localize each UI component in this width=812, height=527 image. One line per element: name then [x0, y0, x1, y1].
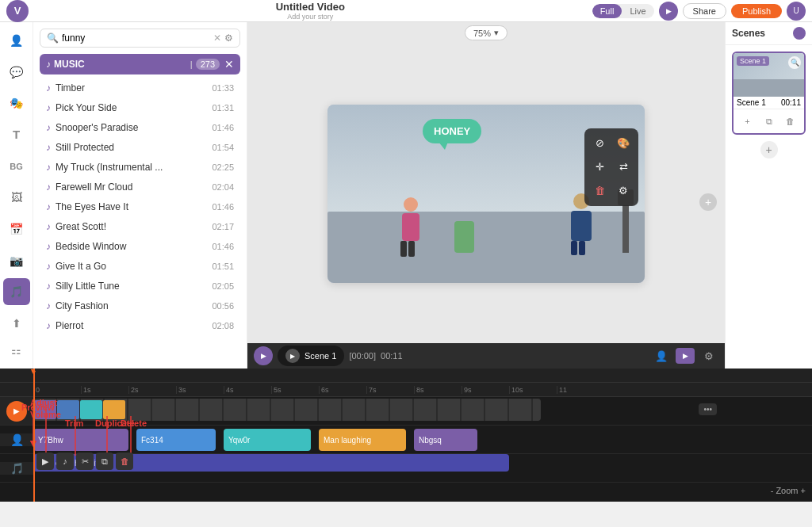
canvas-wrapper: HONEY: [247, 44, 725, 343]
timecode-display: [00:00] 00:11: [349, 351, 647, 361]
scene-thumb-label: Scene 1 00:11: [733, 97, 804, 109]
scene-settings-icon[interactable]: ⚙: [699, 346, 718, 365]
more-button[interactable]: •••: [699, 403, 717, 415]
search-input[interactable]: [62, 32, 210, 44]
ruler-mark: 9s: [462, 386, 509, 394]
tool-settings-icon[interactable]: ⚙: [613, 181, 634, 201]
toggle-full[interactable]: Full: [592, 4, 622, 18]
timecode-start: [00:00]: [349, 351, 376, 361]
music-item[interactable]: ♪ Silly Little Tune 02:05: [36, 277, 243, 296]
scene-1-thumbnail[interactable]: Scene 1 🔍 Scene 1 00:11 + ⧉ 🗑: [732, 52, 806, 135]
timeline-block[interactable]: Fc314: [136, 429, 216, 451]
music-note-icon: ♪: [46, 300, 51, 311]
timeline-block[interactable]: Man laughing: [319, 429, 406, 451]
scene-delete-button[interactable]: 🗑: [782, 113, 799, 130]
tool-color-icon[interactable]: 🎨: [613, 133, 634, 154]
preview-action-button[interactable]: ▶: [36, 453, 54, 470]
scene-name-button[interactable]: ▶ Scene 1: [278, 346, 344, 366]
music-item-name: My Truck (Instrumental ...: [56, 162, 212, 173]
music-item-duration: 01:46: [212, 202, 234, 212]
tool-flip-icon[interactable]: ⇄: [613, 157, 634, 178]
tool-move-icon[interactable]: ⊘: [589, 133, 610, 154]
ruler-mark: 3s: [176, 386, 224, 394]
music-item-name: Farewell Mr Cloud: [56, 181, 212, 193]
adjust-volume-button[interactable]: ♪: [56, 453, 74, 470]
music-item-name: Pierrot: [56, 320, 212, 331]
speech-bubble[interactable]: HONEY: [423, 119, 481, 143]
music-item-duration: 01:46: [212, 123, 234, 132]
timeline-play-button[interactable]: ▶: [6, 401, 27, 422]
sidebar-item-brand[interactable]: BG: [3, 153, 30, 180]
canvas-add-button[interactable]: +: [699, 193, 717, 211]
zoom-control[interactable]: 75% ▾: [465, 25, 508, 40]
scene-play-button[interactable]: ▶: [254, 346, 273, 365]
timeline-block[interactable]: Yqw0r: [224, 429, 311, 451]
sidebar-item-apps[interactable]: ⚏: [3, 337, 30, 364]
music-item[interactable]: ♪ Great Scott! 02:17: [36, 217, 243, 236]
delete-action-button[interactable]: 🗑: [116, 453, 133, 470]
music-category-header: ♪ MUSIC | 273 ✕: [40, 54, 240, 74]
user-avatar[interactable]: U: [787, 2, 806, 21]
search-icon: 🔍: [47, 32, 59, 44]
filter-icon[interactable]: ⚙: [224, 32, 233, 44]
scene-add-button[interactable]: +: [739, 113, 756, 130]
music-item[interactable]: ♪ Farewell Mr Cloud 02:04: [36, 178, 243, 197]
music-note-icon: ♪: [46, 162, 51, 173]
timeline-block[interactable]: Y7Bhw: [33, 429, 128, 451]
music-note-icon: ♪: [46, 59, 51, 70]
preview-toggle[interactable]: Full Live: [592, 4, 654, 18]
timeline-controls: ▶ ▶ Scene 1 [00:00] 00:11 👤 ▶ ⚙: [247, 343, 725, 369]
plant: [454, 221, 474, 253]
block-label: Man laughing: [324, 436, 371, 445]
timeline-block[interactable]: Nbgsq: [414, 429, 477, 451]
music-track-content: The eyes have it: [33, 454, 812, 482]
top-bar-actions: Full Live Share Publish U: [592, 2, 806, 21]
music-track-icon[interactable]: 🎵: [10, 462, 24, 475]
sidebar-item-calendar[interactable]: 📅: [3, 216, 30, 242]
character-female[interactable]: [399, 197, 423, 253]
music-close-icon[interactable]: ✕: [224, 58, 234, 71]
music-item[interactable]: ♪ Pick Your Side 01:31: [36, 98, 243, 117]
tool-position-icon[interactable]: ✛: [589, 157, 610, 178]
publish-button[interactable]: Publish: [731, 4, 782, 18]
music-item[interactable]: ♪ Bedside Window 01:46: [36, 237, 243, 256]
music-count: 273: [196, 59, 220, 70]
tool-overlay: ⊘ 🎨 ✛ ⇄ 🗑 ⚙: [584, 128, 638, 206]
clear-search-icon[interactable]: ✕: [213, 32, 221, 44]
sidebar-item-music[interactable]: 🎵: [3, 278, 30, 305]
music-item[interactable]: ♪ Pierrot 02:08: [36, 316, 243, 335]
music-item[interactable]: ♪ Timber 01:33: [36, 78, 243, 97]
video-subtitle: Add your story: [29, 13, 592, 21]
sidebar-item-scenes[interactable]: 🎭: [3, 90, 30, 116]
video-title: Untitled Video: [29, 1, 592, 13]
duplicate-action-button[interactable]: ⧉: [96, 453, 113, 470]
toggle-live[interactable]: Live: [622, 4, 653, 18]
tool-delete-icon[interactable]: 🗑: [589, 181, 610, 201]
sidebar-item-avatar[interactable]: 👤: [3, 27, 30, 54]
music-item[interactable]: ♪ The Eyes Have It 01:46: [36, 197, 243, 216]
top-play-button[interactable]: [659, 2, 678, 21]
trim-button[interactable]: ✂: [76, 453, 94, 470]
sidebar-item-text[interactable]: T: [3, 121, 30, 148]
sidebar-item-media[interactable]: 🖼: [3, 184, 30, 211]
add-scene-button[interactable]: +: [760, 141, 778, 158]
scenes-dot-icon: [793, 27, 806, 40]
music-note-icon: ♪: [46, 201, 51, 212]
music-item[interactable]: ♪ My Truck (Instrumental ... 02:25: [36, 158, 243, 177]
music-item[interactable]: ♪ City Fashion 00:56: [36, 296, 243, 315]
music-item[interactable]: ♪ Snooper's Paradise 01:46: [36, 118, 243, 137]
scene-label: Scene 1: [737, 98, 766, 107]
share-button[interactable]: Share: [683, 3, 726, 19]
thumbnail-track: •••: [33, 397, 812, 425]
music-item[interactable]: ♪ Give It a Go 01:51: [36, 257, 243, 276]
sidebar-item-chat[interactable]: 💬: [3, 59, 30, 86]
character-icon[interactable]: 👤: [10, 433, 24, 446]
music-item[interactable]: ♪ Still Protected 01:54: [36, 138, 243, 157]
scene-thumbnail-icon[interactable]: ▶: [676, 346, 695, 365]
sidebar-item-photo[interactable]: 📷: [3, 247, 30, 274]
scene-duplicate-button[interactable]: ⧉: [760, 113, 778, 130]
sidebar-item-upload[interactable]: ⬆: [3, 310, 30, 337]
music-item-duration: 02:04: [212, 182, 234, 192]
voiceover-icon[interactable]: 👤: [652, 346, 671, 365]
scene-search-icon[interactable]: 🔍: [788, 56, 801, 69]
